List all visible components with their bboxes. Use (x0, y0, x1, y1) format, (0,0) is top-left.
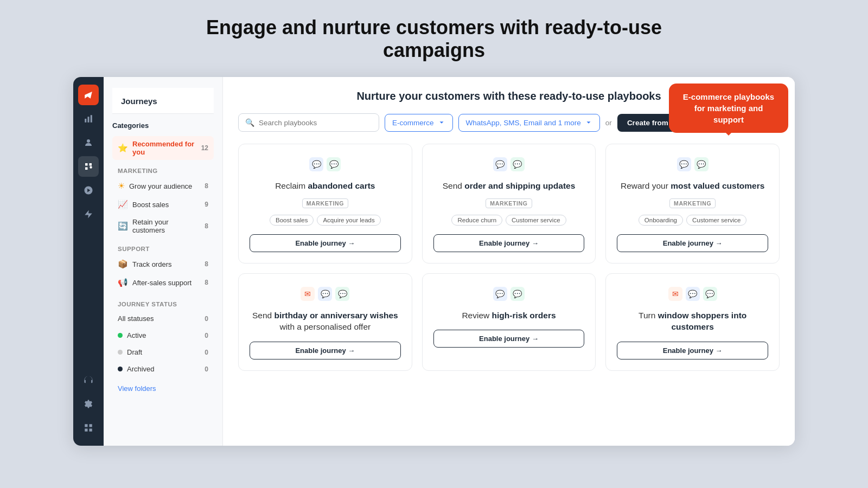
tag-reduce-churn: Reduce churn (451, 215, 502, 226)
status-active-label: Active (127, 331, 200, 339)
retain-icon: 🔄 (118, 221, 128, 231)
category-track-label: Track orders (132, 260, 200, 268)
sms-icon-2: 💬 (493, 157, 507, 171)
sms-icon: 💬 (309, 157, 323, 171)
card-2-enable-button[interactable]: Enable journey → (433, 234, 585, 252)
email-icon-2: ✉ (668, 287, 682, 301)
nav-broadcasts[interactable] (78, 180, 99, 201)
status-archived[interactable]: Archived 0 (112, 361, 214, 377)
nav-grid[interactable] (78, 418, 99, 438)
nav-campaigns[interactable] (78, 85, 99, 105)
card-order-updates[interactable]: 💬 💬 Send order and shipping updates MARK… (422, 144, 596, 264)
ecommerce-filter[interactable]: E-commerce (385, 114, 453, 132)
card-abandoned-carts[interactable]: 💬 💬 Reclaim abandoned carts MARKETING Bo… (238, 144, 412, 264)
card-6-enable-button[interactable]: Enable journey → (617, 342, 768, 359)
category-aftersales[interactable]: 📢 After-sales support 8 (112, 274, 214, 291)
sms-icon-3: 💬 (677, 157, 691, 171)
journey-status-label: Journey status (118, 301, 214, 307)
nav-settings[interactable] (78, 394, 99, 414)
whatsapp-icon-4: 💬 (335, 287, 349, 301)
whatsapp-icon-5: 💬 (510, 287, 525, 301)
status-all-count: 0 (205, 315, 208, 323)
category-recommended-label: Recommended for you (132, 140, 197, 156)
nav-support[interactable] (78, 370, 99, 390)
search-input[interactable] (259, 119, 372, 127)
view-folders-link[interactable]: View folders (112, 384, 214, 393)
sms-icon-5: 💬 (493, 287, 507, 301)
status-draft-count: 0 (205, 349, 208, 356)
category-retain[interactable]: 🔄 Retain your customers 8 (112, 214, 214, 238)
category-boost[interactable]: 📈 Boost sales 9 (112, 196, 214, 213)
or-text: or (605, 119, 612, 127)
card-5-enable-button[interactable]: Enable journey → (433, 330, 585, 348)
card-6-title: Turn window shoppers into customers (617, 310, 768, 333)
card-window-shoppers[interactable]: ✉ 💬 💬 Turn window shoppers into customer… (605, 273, 780, 371)
svg-point-3 (87, 139, 90, 143)
sun-icon: ☀ (118, 181, 125, 191)
page-title: Engage and nurture customers with ready-… (190, 16, 678, 62)
card-1-tags: Boost sales Acquire your leads (270, 215, 381, 226)
cards-grid: 💬 💬 Reclaim abandoned carts MARKETING Bo… (238, 144, 780, 371)
category-grow-label: Grow your audience (129, 182, 200, 190)
app-shell: E-commerce playbooks for marketing and s… (73, 77, 795, 446)
card-3-enable-button[interactable]: Enable journey → (617, 234, 768, 252)
marketing-section: Marketing (118, 168, 214, 174)
card-5-icons: 💬 💬 (493, 287, 525, 301)
status-active[interactable]: Active 0 (112, 328, 214, 343)
support-section: Support (118, 246, 214, 252)
card-3-title: Reward your most valued customers (621, 180, 764, 192)
tooltip-bubble: E-commerce playbooks for marketing and s… (669, 84, 788, 133)
archived-dot (118, 367, 123, 371)
status-all[interactable]: All statuses 0 (112, 311, 214, 326)
nav-automations[interactable] (78, 204, 99, 224)
left-panel: Journeys Categories ⭐ Recommended for yo… (104, 77, 223, 446)
svg-rect-4 (85, 424, 87, 427)
status-archived-label: Archived (127, 365, 200, 373)
email-icon: ✉ (301, 287, 315, 301)
status-draft[interactable]: Draft 0 (112, 344, 214, 360)
card-3-icons: 💬 💬 (677, 157, 709, 171)
chevron-down-icon (438, 119, 445, 126)
category-track-count: 8 (205, 260, 208, 268)
category-boost-label: Boost sales (132, 201, 200, 209)
svg-rect-2 (91, 115, 92, 123)
card-1-title: Reclaim abandoned carts (275, 180, 375, 192)
card-4-title: Send birthday or anniversary wishes with… (250, 310, 401, 333)
channels-filter[interactable]: WhatsApp, SMS, Email and 1 more (458, 114, 600, 132)
category-grow[interactable]: ☀ Grow your audience 8 (112, 177, 214, 195)
whatsapp-icon-6: 💬 (703, 287, 717, 301)
svg-rect-6 (85, 429, 87, 432)
category-track[interactable]: 📦 Track orders 8 (112, 255, 214, 273)
card-6-icons: ✉ 💬 💬 (668, 287, 717, 301)
megaphone-icon: 📢 (118, 278, 128, 287)
category-retain-count: 8 (205, 222, 208, 230)
tag-customer-service: Customer service (506, 215, 566, 226)
card-2-icons: 💬 💬 (493, 157, 525, 171)
category-grow-count: 8 (205, 182, 208, 190)
card-5-title: Review high-risk orders (462, 310, 556, 322)
category-recommended[interactable]: ⭐ Recommended for you 12 (112, 136, 214, 160)
svg-rect-7 (90, 429, 92, 432)
sms-icon-6: 💬 (686, 287, 700, 301)
category-recommended-count: 12 (201, 144, 208, 152)
card-3-badge: MARKETING (669, 198, 716, 208)
nav-contacts[interactable] (78, 132, 99, 153)
category-retain-label: Retain your customers (132, 218, 200, 234)
draft-dot (118, 350, 123, 355)
card-birthday-wishes[interactable]: ✉ 💬 💬 Send birthday or anniversary wishe… (238, 273, 412, 371)
tag-customer-service-2: Customer service (686, 215, 746, 226)
card-4-enable-button[interactable]: Enable journey → (250, 342, 401, 359)
tag-boost-sales: Boost sales (270, 215, 314, 226)
card-2-title: Send order and shipping updates (443, 180, 576, 192)
card-1-icons: 💬 💬 (309, 157, 341, 171)
journeys-header: Journeys (112, 88, 214, 114)
category-boost-count: 9 (205, 201, 208, 208)
card-high-risk-orders[interactable]: 💬 💬 Review high-risk orders Enable journ… (422, 273, 596, 371)
card-1-enable-button[interactable]: Enable journey → (250, 234, 401, 252)
card-1-badge: MARKETING (302, 198, 348, 208)
whatsapp-icon: 💬 (327, 157, 341, 171)
nav-analytics[interactable] (78, 108, 99, 129)
tag-acquire: Acquire your leads (317, 215, 380, 226)
nav-journeys[interactable] (78, 156, 99, 177)
card-valued-customers[interactable]: 💬 💬 Reward your most valued customers MA… (605, 144, 780, 264)
